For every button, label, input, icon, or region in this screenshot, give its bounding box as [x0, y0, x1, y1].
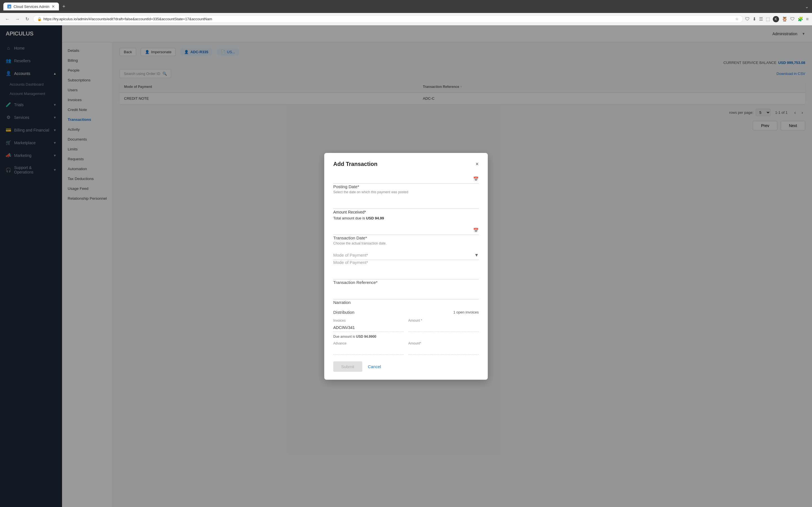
profile-k-icon[interactable]: K	[773, 16, 779, 22]
distribution-section: Distribution 1 open invoices Invoices Am…	[333, 310, 479, 355]
modal-actions: Submit Cancel	[333, 361, 479, 372]
advance-label: Advance	[333, 341, 404, 345]
amount-received-field: Amount Received* Total amount due is USD…	[333, 199, 479, 220]
back-nav-button[interactable]: ←	[3, 15, 11, 23]
url-text: https://try.apiculus.io/admin/#/accounts…	[43, 17, 733, 21]
browser-tab[interactable]: ☁ Cloud Services Admin ✕	[3, 3, 59, 10]
transaction-date-field: 📅 Transaction Date* Choose the actual tr…	[333, 225, 479, 245]
posting-date-field: 📅 Posting Date* Select the date on which…	[333, 174, 479, 194]
modal-backdrop: Add Transaction × 📅 Posting Date* Select…	[0, 25, 812, 507]
tab-title: Cloud Services Admin	[13, 4, 49, 9]
narration-input[interactable]	[333, 290, 479, 299]
address-bar[interactable]: 🔒 https://try.apiculus.io/admin/#/accoun…	[33, 15, 743, 23]
distribution-header: Distribution 1 open invoices	[333, 310, 479, 315]
cancel-button[interactable]: Cancel	[368, 364, 381, 369]
mode-of-payment-select[interactable]: Mode of Payment* Cash Bank Transfer Cred…	[333, 250, 479, 260]
advance-field: Advance	[333, 341, 404, 355]
advance-amount-input[interactable]	[408, 346, 479, 355]
new-tab-button[interactable]: +	[61, 3, 66, 11]
toolbar-icons: 🛡 ⬇ ☰ ⬚ K 🦉 🛡 🧩 ≡	[745, 16, 809, 22]
advance-amount-field: Amount*	[408, 341, 479, 355]
menu-icon[interactable]: ≡	[806, 17, 809, 22]
tab-favicon: ☁	[7, 4, 11, 8]
submit-button[interactable]: Submit	[333, 361, 362, 372]
transaction-date-input-wrapper: 📅	[333, 225, 479, 235]
calendar-icon-posting[interactable]: 📅	[473, 176, 479, 182]
invoice-amount-field: Amount *	[408, 319, 479, 332]
mode-of-payment-label: Mode of Payment*	[333, 260, 479, 265]
advance-amount-label: Amount*	[408, 341, 479, 345]
distribution-invoice-row: Invoices Amount *	[333, 319, 479, 332]
transaction-reference-field: Transaction Reference*	[333, 270, 479, 285]
invoice-amount-label: Amount *	[408, 319, 479, 323]
modal-title: Add Transaction	[333, 161, 377, 167]
open-invoices-count: 1 open invoices	[453, 310, 479, 314]
forward-nav-button[interactable]: →	[13, 15, 21, 23]
transaction-date-label: Transaction Date*	[333, 235, 479, 240]
amount-received-input[interactable]	[333, 199, 479, 209]
reload-button[interactable]: ↻	[24, 15, 31, 23]
download-icon[interactable]: ⬇	[753, 16, 756, 22]
invoice-field: Invoices	[333, 319, 404, 332]
posting-date-label: Posting Date*	[333, 184, 479, 189]
transaction-date-hint: Choose the actual transaction date.	[333, 241, 479, 245]
transaction-reference-label: Transaction Reference*	[333, 280, 479, 285]
advance-input[interactable]	[333, 346, 404, 355]
modal-header: Add Transaction ×	[333, 161, 479, 167]
distribution-title: Distribution	[333, 310, 354, 315]
modal-close-button[interactable]: ×	[475, 161, 479, 167]
browser-chrome: ☁ Cloud Services Admin ✕ + ⌄	[0, 0, 812, 13]
transaction-reference-input[interactable]	[333, 270, 479, 279]
due-amount-info: Due amount is USD 94.9900	[333, 335, 479, 339]
extensions-icon[interactable]: 🛡	[745, 17, 750, 22]
advance-row: Advance Amount*	[333, 341, 479, 355]
split-view-icon[interactable]: ⬚	[766, 16, 770, 22]
browser-toolbar: ← → ↻ 🔒 https://try.apiculus.io/admin/#/…	[0, 13, 812, 25]
calendar-icon-transaction[interactable]: 📅	[473, 228, 479, 233]
shield-icon[interactable]: 🛡	[790, 17, 795, 22]
invoice-label: Invoices	[333, 319, 404, 323]
add-transaction-modal: Add Transaction × 📅 Posting Date* Select…	[324, 153, 488, 380]
transaction-date-input[interactable]	[333, 225, 479, 235]
tab-close-button[interactable]: ✕	[52, 4, 55, 9]
reader-mode-icon[interactable]: ☰	[759, 16, 763, 22]
invoice-amount-input[interactable]	[408, 324, 479, 332]
narration-label: Narration	[333, 300, 479, 305]
mode-of-payment-field: Mode of Payment* Cash Bank Transfer Cred…	[333, 250, 479, 265]
narration-field: Narration	[333, 290, 479, 305]
posting-date-input-wrapper: 📅	[333, 174, 479, 184]
posting-date-hint: Select the date on which this payment wa…	[333, 190, 479, 194]
browser-expand-button[interactable]: ⌄	[805, 4, 809, 9]
invoice-input[interactable]	[333, 324, 404, 332]
owl-icon[interactable]: 🦉	[782, 16, 788, 22]
amount-received-label: Amount Received*	[333, 210, 479, 214]
mode-of-payment-wrapper: Mode of Payment* Cash Bank Transfer Cred…	[333, 250, 479, 260]
amount-due-info: Total amount due is USD 94.99	[333, 216, 479, 220]
posting-date-input[interactable]	[333, 174, 479, 184]
puzzle-icon[interactable]: 🧩	[798, 16, 803, 22]
